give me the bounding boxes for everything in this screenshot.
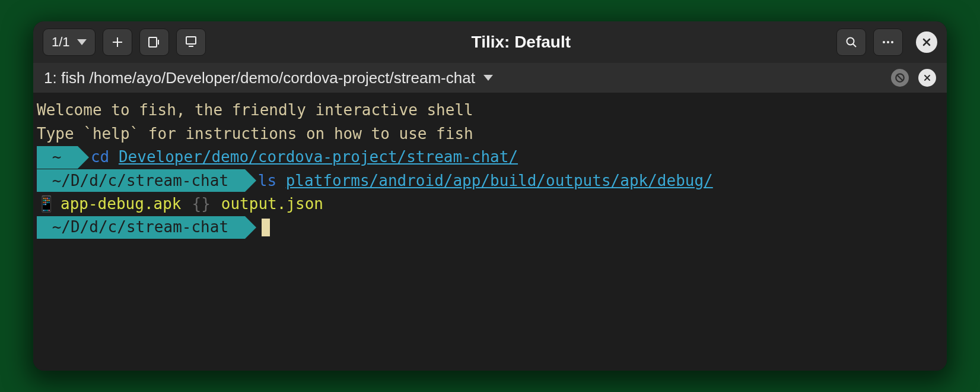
ls-file: output.json <box>221 192 323 216</box>
titlebar: 1/1 Tilix: Default <box>33 21 947 63</box>
close-window-button[interactable] <box>916 31 937 53</box>
add-session-button[interactable] <box>103 29 132 56</box>
shell-prompt: ~/D/d/c/stream-chat <box>37 169 245 192</box>
shell-command: ls <box>258 169 276 193</box>
split-down-button[interactable] <box>176 29 206 56</box>
session-label[interactable]: 1: fish /home/ayo/Developer/demo/cordova… <box>44 69 475 87</box>
terminal-pane[interactable]: Welcome to fish, the friendly interactiv… <box>33 93 947 371</box>
split-down-icon <box>184 35 198 49</box>
terminal-line: ~/D/d/c/stream-chat ls platforms/android… <box>37 169 943 193</box>
split-right-icon <box>147 35 161 49</box>
android-icon: 📱 <box>37 192 56 216</box>
session-counter-button[interactable]: 1/1 <box>43 29 96 56</box>
session-counter-label: 1/1 <box>52 34 70 50</box>
terminal-line: ~/D/d/c/stream-chat <box>37 216 943 239</box>
menu-button[interactable] <box>873 29 903 56</box>
plus-icon <box>110 35 125 49</box>
svg-point-3 <box>883 41 885 43</box>
terminal-line: ~ cd Developer/demo/cordova-project/stre… <box>37 146 943 169</box>
shell-argument: platforms/android/app/build/outputs/apk/… <box>286 169 713 193</box>
svg-point-2 <box>847 38 854 45</box>
svg-rect-0 <box>149 37 157 47</box>
svg-point-5 <box>891 41 893 43</box>
readonly-toggle-button[interactable] <box>891 69 909 87</box>
chevron-down-icon <box>77 39 87 45</box>
terminal-output: Type `help` for instructions on how to u… <box>37 122 943 146</box>
terminal-output: 📱 app-debug.apk {} output.json <box>37 192 943 216</box>
terminal-output: Welcome to fish, the friendly interactiv… <box>37 99 943 122</box>
search-icon <box>844 35 858 49</box>
ls-file: app-debug.apk <box>61 192 182 216</box>
svg-point-4 <box>887 41 889 43</box>
close-icon <box>922 73 932 83</box>
no-entry-icon <box>895 72 905 83</box>
session-bar: 1: fish /home/ayo/Developer/demo/cordova… <box>33 63 947 93</box>
shell-prompt: ~ <box>37 146 78 169</box>
chevron-down-icon[interactable] <box>483 75 493 81</box>
search-button[interactable] <box>836 29 866 56</box>
split-right-button[interactable] <box>139 29 169 56</box>
json-icon: {} <box>192 192 211 216</box>
tilix-window: 1/1 Tilix: Default <box>33 21 947 371</box>
close-session-button[interactable] <box>918 69 936 87</box>
close-icon <box>921 36 933 48</box>
text-cursor <box>262 219 270 236</box>
shell-argument: Developer/demo/cordova-project/stream-ch… <box>119 146 518 169</box>
shell-command: cd <box>91 146 109 169</box>
kebab-icon <box>881 35 895 49</box>
svg-rect-1 <box>186 37 196 44</box>
shell-prompt: ~/D/d/c/stream-chat <box>37 216 245 239</box>
window-title: Tilix: Default <box>213 33 829 52</box>
